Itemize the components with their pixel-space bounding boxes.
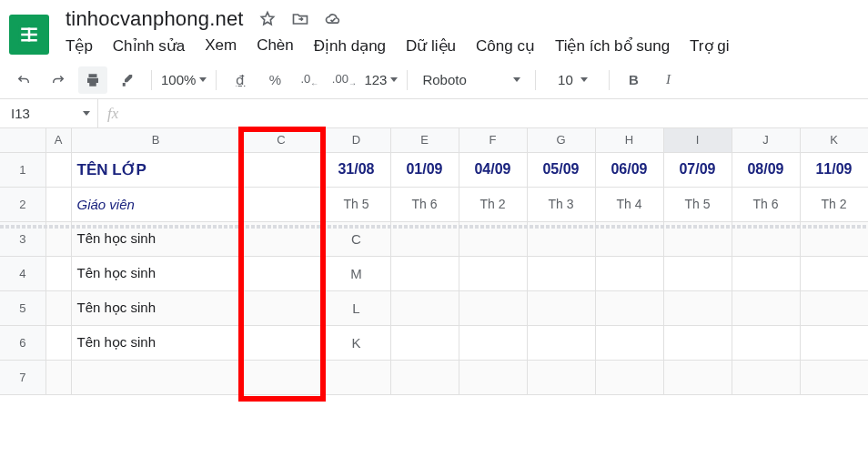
col-header-H[interactable]: H [595,128,663,152]
col-header-F[interactable]: F [459,128,527,152]
cell[interactable]: K [322,325,390,360]
cell[interactable]: Tên học sinh [71,256,240,290]
row-header-4[interactable]: 4 [0,256,45,290]
increase-decimal-button[interactable]: .00→ [329,66,358,94]
star-icon[interactable] [258,10,277,28]
cell[interactable]: Th 6 [732,187,800,221]
cell[interactable]: Th 5 [322,187,390,221]
cloud-status-icon[interactable] [324,10,342,28]
row-header-6[interactable]: 6 [0,325,45,360]
col-header-D[interactable]: D [322,128,390,152]
col-header-G[interactable]: G [527,128,595,152]
name-box[interactable]: I13 [0,99,98,127]
print-button[interactable] [78,66,107,94]
cell[interactable]: Th 3 [527,187,595,221]
font-size-dropdown[interactable]: 10 [545,72,600,87]
spreadsheet-grid[interactable]: A B C D E F G H I J K 1 TÊN LỚP 31/08 01… [0,128,868,395]
menu-tools[interactable]: Công cụ [476,36,535,56]
currency-button[interactable]: ₫ [226,66,255,94]
cell[interactable]: 08/09 [732,152,800,187]
svg-rect-5 [123,83,126,86]
row-header-7[interactable]: 7 [0,360,45,394]
select-all-corner[interactable] [0,128,45,152]
col-header-J[interactable]: J [732,128,800,152]
menu-addons[interactable]: Tiện ích bổ sung [555,36,670,56]
col-header-A[interactable]: A [45,128,71,152]
redo-button[interactable] [44,66,73,94]
row-header-5[interactable]: 5 [0,290,45,325]
col-header-I[interactable]: I [663,128,732,152]
cell[interactable]: Th 6 [390,187,459,221]
number-format-dropdown[interactable]: 123 [364,72,398,87]
sheets-logo [9,15,49,55]
cell[interactable]: Tên học sinh [71,325,240,360]
cell[interactable]: 04/09 [459,152,527,187]
row-header-1[interactable]: 1 [0,152,45,187]
fx-label: fx [98,105,118,123]
cell[interactable]: 01/09 [390,152,459,187]
caret-down-icon [83,111,90,116]
menu-data[interactable]: Dữ liệu [406,36,456,56]
menu-insert[interactable]: Chèn [257,36,294,56]
undo-button[interactable] [9,66,38,94]
col-header-E[interactable]: E [390,128,459,152]
bold-button[interactable]: B [619,66,648,94]
menu-view[interactable]: Xem [205,36,237,56]
caret-down-icon [390,77,398,82]
menu-help[interactable]: Trợ gi [690,36,729,56]
svg-rect-4 [28,27,31,41]
cell[interactable]: L [322,290,390,325]
cell[interactable]: M [322,256,390,290]
decrease-decimal-button[interactable]: .0← [295,66,324,94]
menu-edit[interactable]: Chỉnh sửa [113,36,185,56]
menu-file[interactable]: Tệp [66,36,93,56]
cell[interactable]: Th 2 [800,187,868,221]
move-folder-icon[interactable] [291,10,309,28]
col-header-B[interactable]: B [71,128,240,152]
cell[interactable]: 07/09 [663,152,732,187]
col-header-C[interactable]: C [240,128,322,152]
cell[interactable]: 11/09 [800,152,868,187]
caret-down-icon [580,77,588,82]
cell[interactable]: TÊN LỚP [71,152,240,187]
doc-title[interactable]: tinhocvanphong.net [66,7,244,31]
row-header-2[interactable]: 2 [0,187,45,221]
cell[interactable]: Th 5 [663,187,732,221]
paint-format-button[interactable] [113,66,142,94]
percent-button[interactable]: % [260,66,289,94]
menu-format[interactable]: Định dạng [314,36,386,56]
zoom-dropdown[interactable]: 100% [161,72,207,87]
cell[interactable]: 05/09 [527,152,595,187]
cell[interactable]: Tên học sinh [71,290,240,325]
cell[interactable]: 06/09 [595,152,663,187]
cell[interactable]: 31/08 [322,152,390,187]
frozen-row-divider [0,225,868,229]
font-dropdown[interactable]: Roboto [417,72,526,87]
cell[interactable]: Giáo viên [71,187,240,221]
caret-down-icon [199,77,207,82]
cell[interactable]: Th 2 [459,187,527,221]
caret-down-icon [513,77,520,82]
italic-button[interactable]: I [653,66,682,94]
col-header-K[interactable]: K [800,128,868,152]
menubar: Tệp Chỉnh sửa Xem Chèn Định dạng Dữ liệu… [66,31,729,61]
cell[interactable]: Th 4 [595,187,663,221]
